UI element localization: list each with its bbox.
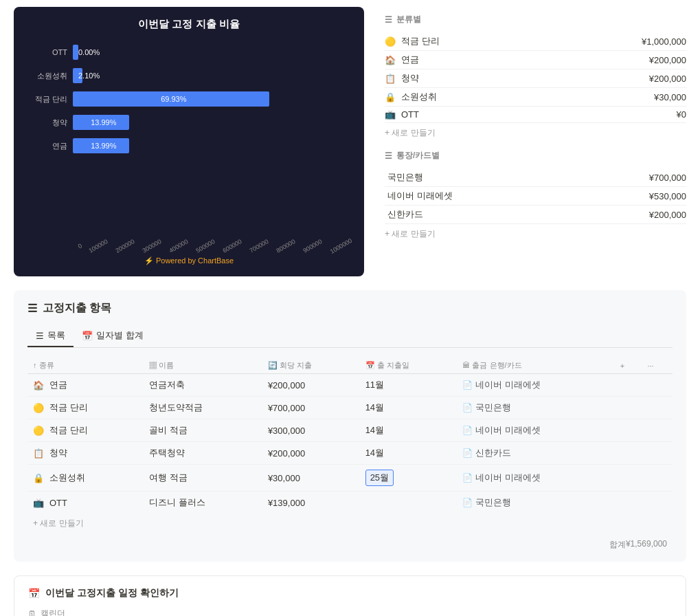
total-label: 합계 — [609, 539, 626, 551]
col-add[interactable]: + — [615, 358, 642, 374]
x-label-400k: 400000 — [168, 238, 189, 254]
row-type-label-pension: 연금 — [49, 379, 67, 391]
bar-row-savings: 적금 단리 69.93% — [25, 91, 353, 107]
row-amount-pension: ¥200,000 — [262, 374, 360, 397]
x-label-1m: 1000000 — [329, 237, 353, 255]
tab-list-icon: ☰ — [36, 331, 44, 341]
bar-track-subscription: 13.99% — [73, 115, 353, 130]
shinhan-name: 신한카드 — [385, 208, 649, 221]
row-type-sub: 📋 청약 — [27, 442, 144, 465]
row-day-savings2: 14월 — [360, 419, 458, 442]
x-label-700k: 700000 — [248, 238, 269, 254]
table-row: 📺 OTT 디즈니 플러스 ¥139,000 📄 국민은행 — [27, 492, 673, 514]
row-type-label-sub: 청약 — [49, 447, 67, 459]
tab-list-label: 목록 — [47, 329, 65, 342]
row-type-ott: 📺 OTT — [27, 492, 144, 514]
bar-fill-ott: 0.00% — [73, 45, 78, 60]
categories-container: ☰ 분류별 🟡 적금 단리 ¥1,000,000 🏠 연금 ¥200,000 📋… — [385, 7, 686, 276]
calendar-title: 📅 이번달 고정지출 일정 확인하기 — [28, 587, 672, 600]
chart-area: OTT 0.00% 소원성취 2.10% — [25, 45, 353, 237]
bar-percent-subscription: 13.99% — [91, 118, 116, 126]
bar-percent-pension: 13.99% — [91, 142, 116, 150]
row-day-wish[interactable]: 25월 — [360, 465, 458, 492]
bank-doc-icon-savings1: 📄 — [462, 403, 473, 412]
bank-header-label: 통장/카드별 — [396, 150, 440, 162]
row-type-label-savings1: 적금 단리 — [49, 402, 88, 414]
bank-list-icon: ☰ — [385, 151, 392, 161]
row-name-ott: 디즈니 플러스 — [144, 492, 262, 514]
bank-name-sub: 신한카드 — [475, 447, 511, 459]
row-amount-savings2: ¥300,000 — [262, 419, 360, 442]
col-day-icon: 📅 — [365, 361, 375, 369]
tab-daily[interactable]: 📅 일자별 합계 — [74, 325, 152, 347]
table-row: 🔒 소원성취 여행 적금 ¥30,000 25월 📄 네이버 미래에셋 — [27, 465, 673, 492]
bar-label-subscription: 청약 — [25, 118, 73, 128]
add-bank-button[interactable]: + 새로 만들기 — [385, 228, 686, 240]
fixed-expenses-section: ☰ 고정지출 항목 ☰ 목록 📅 일자별 합계 ↑ 종류 — [14, 290, 686, 562]
bank-row-shinhan: 신한카드 ¥200,000 — [385, 206, 686, 224]
table-row: 🟡 적금 단리 골비 적금 ¥300,000 14월 📄 네이버 미래에셋 — [27, 419, 673, 442]
subscription-name: 청약 — [398, 72, 649, 85]
ott-name: OTT — [398, 109, 677, 120]
calendar-subtitle: 🗓 캘린더 — [28, 608, 672, 616]
tab-list[interactable]: ☰ 목록 — [27, 325, 74, 347]
bar-row-subscription: 청약 13.99% — [25, 115, 353, 130]
category-row-savings: 🟡 적금 단리 ¥1,000,000 — [385, 32, 686, 51]
ott-icon: 📺 — [385, 109, 398, 120]
bar-row-wish: 소원성취 2.10% — [25, 68, 353, 83]
category-row-wish: 🔒 소원성취 ¥30,000 — [385, 88, 686, 107]
col-day: 📅 출 지출일 — [360, 358, 458, 374]
bar-track-pension: 13.99% — [73, 138, 353, 153]
highlighted-day-wish[interactable]: 25월 — [365, 470, 394, 486]
col-more[interactable]: ··· — [642, 358, 673, 374]
bar-row-pension: 연금 13.99% — [25, 138, 353, 153]
bar-fill-savings: 69.93% — [73, 91, 269, 107]
row-bank-sub: 📄 신한카드 — [457, 442, 614, 465]
wish-amount: ¥30,000 — [654, 92, 686, 102]
row-bank-ott: 📄 국민은행 — [457, 492, 614, 514]
add-expense-row-button[interactable]: + 새로 만들기 — [27, 514, 673, 534]
bar-track-wish: 2.10% — [73, 68, 353, 83]
category-row-pension: 🏠 연금 ¥200,000 — [385, 51, 686, 69]
row-type-savings2: 🟡 적금 단리 — [27, 419, 144, 442]
row-name-sub: 주택청약 — [144, 442, 262, 465]
top-section: 이번달 고정 지출 비율 OTT 0.00% 소원성취 — [14, 7, 686, 276]
col-bank-icon: 🏛 — [462, 361, 470, 369]
kookmin-name: 국민은행 — [385, 171, 649, 184]
add-type-button[interactable]: + 새로 만들기 — [385, 127, 686, 139]
naver-amount: ¥530,000 — [649, 191, 686, 201]
bank-doc-icon-wish: 📄 — [462, 473, 473, 483]
row-type-label-ott: OTT — [49, 498, 67, 508]
category-row-subscription: 📋 청약 ¥200,000 — [385, 69, 686, 88]
savings-name: 적금 단리 — [398, 35, 642, 47]
bank-doc-icon-pension: 📄 — [462, 380, 473, 390]
x-label-0: 0 — [77, 242, 83, 250]
bar-track-savings: 69.93% — [73, 91, 353, 107]
bank-name-savings1: 국민은행 — [475, 402, 511, 414]
row-bank-pension: 📄 네이버 미래에셋 — [457, 374, 614, 397]
bank-doc-icon-sub: 📄 — [462, 448, 473, 458]
expense-table: ↑ 종류 ▦ 이름 🔄 회당 지출 📅 출 지출일 🏛 출금 은행/카드 + — [27, 358, 673, 514]
page-container: 이번달 고정 지출 비율 OTT 0.00% 소원성취 — [0, 0, 700, 616]
total-amount: ¥1,569,000 — [626, 539, 667, 551]
type-section-header: ☰ 분류별 — [385, 14, 686, 25]
row-icon-wish: 🔒 — [33, 473, 44, 483]
col-type: ↑ 종류 — [27, 358, 144, 374]
col-type-icon: ↑ — [33, 361, 37, 369]
bank-name-wish: 네이버 미래에셋 — [475, 472, 541, 484]
bar-percent-ott: 0.00% — [78, 48, 100, 56]
table-row: 📋 청약 주택청약 ¥200,000 14월 📄 신한카드 — [27, 442, 673, 465]
tab-daily-icon: 📅 — [82, 331, 93, 341]
row-type-pension: 🏠 연금 — [27, 374, 144, 397]
calendar-section: 📅 이번달 고정지출 일정 확인하기 🗓 캘린더 2024년 4월 🗒 Noti… — [14, 575, 686, 616]
bar-fill-subscription: 13.99% — [73, 115, 129, 130]
x-axis: 0 100000 200000 300000 400000 500000 600… — [25, 243, 353, 250]
x-label-200k: 200000 — [114, 238, 135, 254]
fixed-expenses-label: 고정지출 항목 — [43, 301, 111, 316]
row-bank-savings2: 📄 네이버 미래에셋 — [457, 419, 614, 442]
bank-name-ott: 국민은행 — [475, 496, 511, 509]
bar-fill-wish: 2.10% — [73, 68, 82, 83]
calendar-icon: 📅 — [28, 588, 40, 599]
fixed-expenses-title: ☰ 고정지출 항목 — [27, 301, 673, 316]
row-name-wish: 여행 적금 — [144, 465, 262, 492]
